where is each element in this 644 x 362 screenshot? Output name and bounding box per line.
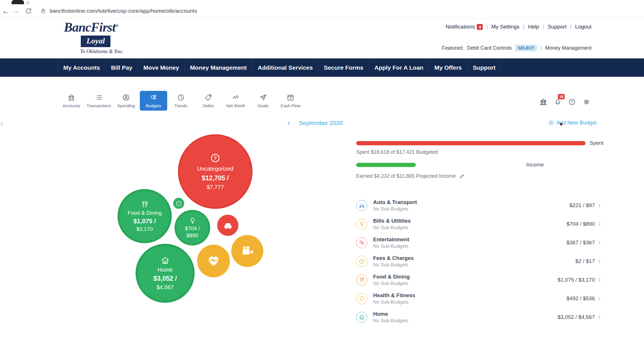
tab-trends[interactable]: Trends <box>167 91 195 111</box>
income-progress-fill <box>356 163 416 167</box>
add-new-budget-button[interactable]: Add New Budget <box>548 120 597 126</box>
bubble-budget: $890 <box>186 232 198 239</box>
budget-row-home[interactable]: HomeNo Sub-Budgets $3,052 / $4,567› <box>356 308 601 326</box>
person-circle-icon <box>122 94 130 101</box>
tab-label: Cash Flow <box>280 103 301 108</box>
budget-value: $1,075 / $3,170 <box>558 277 595 283</box>
bubble-home[interactable]: Home $3,052 / $4,567 <box>136 244 195 303</box>
utensils-icon <box>140 200 149 209</box>
address-bar[interactable]: bancfirstonline.com/tob/live/usp-core/ap… <box>50 8 197 14</box>
my-settings-link[interactable]: My Settings <box>491 24 519 30</box>
budget-sub: No Sub-Budgets <box>373 243 409 249</box>
nav-bill-pay[interactable]: Bill Pay <box>105 58 138 77</box>
nav-my-offers[interactable]: My Offers <box>429 58 467 77</box>
budget-row-bills-utilities[interactable]: Bills & UtilitiesNo Sub-Budgets $704 / $… <box>356 215 601 233</box>
browser-tab[interactable] <box>12 0 24 4</box>
bubble-auto-transport[interactable] <box>216 214 239 237</box>
list-icon <box>95 94 103 101</box>
help-link[interactable]: Help <box>528 24 539 30</box>
padlock-icon[interactable] <box>40 8 46 14</box>
car-icon <box>222 220 234 231</box>
utility-links: Notifications4 | My Settings | Help | Su… <box>446 24 591 30</box>
nav-money-management[interactable]: Money Management <box>184 58 252 77</box>
bubble-spent: $3,052 / <box>153 275 177 282</box>
bubble-label: Uncategorized <box>197 166 234 172</box>
institution-icon[interactable] <box>539 98 547 106</box>
lightbulb-icon <box>189 217 196 225</box>
nav-support[interactable]: Support <box>467 58 501 77</box>
alerts-bell[interactable]: 18 <box>554 98 562 106</box>
support-link[interactable]: Support <box>548 24 567 30</box>
reload-icon[interactable] <box>25 7 32 15</box>
budget-sub: No Sub-Budgets <box>373 206 417 212</box>
tab-budgets[interactable]: Budgets <box>140 91 167 111</box>
budget-row-auto-transport[interactable]: Auto & TransportNo Sub-Budgets $221 / $9… <box>356 196 601 215</box>
bubble-entertainment[interactable] <box>231 235 263 267</box>
bubble-health-fitness[interactable] <box>196 244 231 278</box>
income-bar-label: Income <box>526 162 544 168</box>
budget-row-fees-charges[interactable]: Fees & ChargesNo Sub-Budgets $2 / $17› <box>356 252 601 271</box>
tab-label: Spending <box>117 103 135 108</box>
budget-row-food-dining[interactable]: Food & DiningNo Sub-Budgets $1,075 / $3,… <box>356 271 601 289</box>
budget-name: Home <box>373 311 408 317</box>
bubble-fees-charges[interactable] <box>172 197 185 210</box>
tab-accounts[interactable]: Accounts <box>58 91 85 111</box>
budget-name: Auto & Transport <box>373 199 417 205</box>
nav-additional-services[interactable]: Additional Services <box>252 58 318 77</box>
budget-sub: No Sub-Budgets <box>373 225 411 231</box>
car-icon <box>356 200 367 211</box>
month-selector: ‹ September 2020 <box>288 119 343 127</box>
tab-label: Net Worth <box>226 103 245 108</box>
budget-value: $2 / $17 <box>575 258 595 264</box>
nav-apply-for-a-loan[interactable]: Apply For A Loan <box>369 58 429 77</box>
budget-sub: No Sub-Budgets <box>373 299 415 305</box>
budget-row-health-fitness[interactable]: Health & FitnessNo Sub-Budgets $492 / $5… <box>356 289 601 308</box>
movie-camera-icon <box>241 244 254 258</box>
featured-item-link[interactable]: Debit Card Controls <box>467 45 512 51</box>
heart-icon <box>356 293 367 304</box>
back-icon[interactable]: ← <box>1 7 11 16</box>
tab-net-worth[interactable]: Net Worth <box>222 91 249 111</box>
tab-goals[interactable]: Goals <box>249 91 277 111</box>
pulse-chart-icon <box>232 94 240 101</box>
bubble-label: Home <box>158 267 173 273</box>
spent-summary-text: Spent $18,618 of $17,421 Budgeted <box>356 149 438 155</box>
chevron-right-icon: › <box>598 256 601 265</box>
bubble-food-dining[interactable]: Food & Dining $1,075 / $3,170 <box>118 189 172 243</box>
nav-secure-forms[interactable]: Secure Forms <box>318 58 369 77</box>
budget-list: Auto & TransportNo Sub-Budgets $221 / $9… <box>356 196 601 326</box>
budget-row-entertainment[interactable]: EntertainmentNo Sub-Budgets $367 / $367› <box>356 233 601 252</box>
plus-circle-icon <box>548 120 554 126</box>
separator: | <box>486 24 488 30</box>
nav-move-money[interactable]: Move Money <box>138 58 184 77</box>
current-month-label: September 2020 <box>299 120 343 126</box>
chevron-right-icon: › <box>598 294 601 302</box>
help-circle-icon[interactable] <box>568 98 576 106</box>
previous-month-arrow[interactable]: ‹ <box>288 119 290 127</box>
tab-label: Goals <box>258 103 269 108</box>
bancfirst-logo[interactable]: BancFirst® Loyal To Oklahoma & You: <box>64 20 123 54</box>
forward-icon[interactable]: → <box>11 7 21 16</box>
bubble-bills-utilities[interactable]: $704 / $890 <box>175 210 210 245</box>
select-button[interactable]: SELECT <box>515 45 537 51</box>
notifications-link[interactable]: Notifications4 <box>446 24 483 30</box>
bell-badge: 18 <box>558 94 565 99</box>
tab-cash-flow[interactable]: Cash Flow <box>277 91 304 111</box>
chevron-right-icon: › <box>598 238 601 246</box>
tab-transactions[interactable]: Transactions <box>85 91 112 111</box>
chevron-right-icon: › <box>598 275 601 284</box>
tab-spending[interactable]: Spending <box>112 91 140 111</box>
money-management-link[interactable]: Money Management <box>545 45 591 51</box>
featured-bar: Featured: Debit Card Controls SELECT | M… <box>442 45 591 51</box>
masks-icon <box>356 237 367 248</box>
nav-my-accounts[interactable]: My Accounts <box>58 58 105 77</box>
budget-value: $3,052 / $4,567 <box>558 314 595 320</box>
pencil-icon[interactable] <box>459 174 465 179</box>
gear-icon[interactable] <box>583 98 590 106</box>
utensils-icon <box>356 275 367 286</box>
logo-wordmark: BancFirst® <box>64 20 123 35</box>
bubble-uncategorized[interactable]: Uncategorized $12,705 / $7,777 <box>178 134 253 209</box>
logout-link[interactable]: Logout <box>575 24 591 30</box>
left-edge-arrow[interactable]: ‹ <box>1 120 3 128</box>
tab-debts[interactable]: Debts <box>195 91 222 111</box>
